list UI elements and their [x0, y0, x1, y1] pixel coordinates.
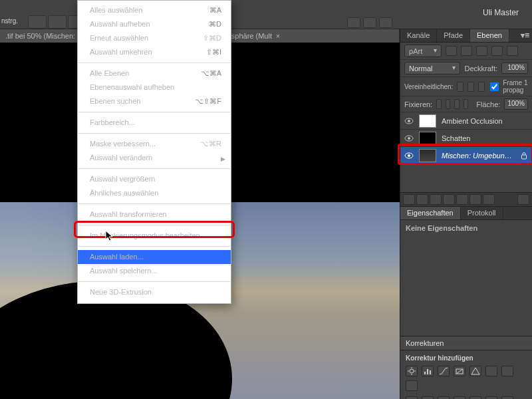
bw-icon[interactable]	[406, 380, 418, 391]
exposure-icon[interactable]	[454, 366, 466, 376]
fill-label: Fläche:	[476, 100, 500, 108]
lock-transparent-icon[interactable]	[436, 99, 442, 109]
adjustment-icons	[400, 363, 532, 396]
propagate-frame-checkbox[interactable]	[490, 82, 499, 91]
layer-list: Ambient Occlusion Schatten Mischen: Umge…	[400, 112, 532, 164]
no-properties-label: Keine Eigenschaften	[406, 224, 477, 232]
delete-layer-icon[interactable]	[483, 194, 495, 205]
vibrance-icon[interactable]	[469, 366, 481, 376]
propagate-frame-label: Frame 1 propag	[503, 79, 528, 94]
filter-type-icon[interactable]	[476, 46, 487, 56]
unify-vis-icon[interactable]	[467, 82, 474, 92]
workspace-name[interactable]: Uli Master	[483, 8, 519, 17]
selection-menu: Alles auswählen⌘A Auswahl aufheben⌘D Ern…	[77, 0, 231, 304]
layer-row-shadow[interactable]: Schatten	[400, 130, 532, 147]
lock-all-icon[interactable]	[464, 99, 469, 109]
lock-pixels-icon[interactable]	[446, 99, 451, 109]
tab-layers[interactable]: Ebenen	[470, 29, 509, 42]
svg-line-16	[456, 369, 463, 374]
posterize-icon[interactable]	[469, 396, 481, 399]
layer-bottom-toolbar	[400, 192, 532, 207]
unify-label: Vereinheitlichen:	[404, 83, 453, 90]
filter-adjust-icon[interactable]	[461, 46, 472, 56]
blend-mode-select[interactable]: Normal	[404, 62, 460, 74]
new-group-icon[interactable]	[456, 194, 468, 205]
filter-shape-icon[interactable]	[491, 46, 503, 56]
panel-menu-icon[interactable]: ▾≡	[521, 31, 529, 40]
photo-filter-icon[interactable]	[406, 396, 418, 399]
filter-pixel-icon[interactable]	[446, 46, 457, 56]
menu-deselect[interactable]: Auswahl aufheben⌘D	[78, 17, 231, 31]
lock-label: Fixieren:	[404, 100, 432, 108]
layer-row-ambient[interactable]: Ambient Occlusion	[400, 112, 532, 130]
menu-find-layers[interactable]: Ebenen suchen⌥⇧⌘F	[78, 94, 231, 108]
svg-rect-6	[522, 155, 527, 159]
layer-filter-type[interactable]: ρ Art	[404, 45, 442, 57]
document-tab-1[interactable]: .tif bei 50% (Mischen: Umge	[0, 29, 80, 43]
gradient-map-icon[interactable]	[501, 396, 513, 399]
lock-icon	[520, 152, 528, 160]
tab-paths[interactable]: Pfade	[437, 29, 470, 42]
menu-similar: Ähnliches auswählen	[78, 186, 231, 200]
menu-all-layers[interactable]: Alle Ebenen⌥⌘A	[78, 66, 231, 80]
curves-icon[interactable]	[438, 366, 450, 376]
trash-icon[interactable]	[517, 194, 529, 205]
menu-load-selection[interactable]: Auswahl laden...	[78, 250, 231, 264]
layer-name[interactable]: Schatten	[442, 134, 528, 142]
menu-save-selection: Auswahl speichern...	[78, 264, 231, 278]
lock-position-icon[interactable]	[454, 99, 460, 109]
screenmode-icon[interactable]	[363, 17, 376, 28]
extra-icon[interactable]	[379, 17, 392, 28]
threshold-icon[interactable]	[485, 396, 497, 399]
arrange-icon[interactable]	[347, 17, 360, 28]
opacity-value[interactable]: 100%	[501, 63, 528, 74]
levels-icon[interactable]	[422, 366, 434, 376]
svg-point-3	[408, 137, 410, 140]
layer-mask-icon[interactable]	[430, 194, 442, 205]
menu-edit-quickmask[interactable]: Im Maskierungsmodus bearbeiten	[78, 229, 231, 243]
menu-new-3d-extrusion: Neue 3D-Extrusion	[78, 285, 231, 299]
layer-name[interactable]: Mischen: Umgebung+Diffus...	[442, 152, 515, 160]
visibility-icon[interactable]	[404, 135, 414, 142]
link-layers-icon[interactable]	[403, 194, 415, 205]
menu-transform-selection: Auswahl transformieren	[78, 207, 231, 221]
brightness-icon[interactable]	[406, 366, 418, 376]
filter-smart-icon[interactable]	[507, 46, 518, 56]
options-label: nstrg.	[1, 17, 18, 25]
layer-name[interactable]: Ambient Occlusion	[442, 117, 528, 125]
menu-select-all[interactable]: Alles auswählen⌘A	[78, 3, 231, 17]
adjustments-panel-title[interactable]: Korrekturen	[400, 336, 532, 350]
hue-icon[interactable]	[485, 366, 497, 376]
layer-row-mix[interactable]: Mischen: Umgebung+Diffus...	[400, 147, 532, 164]
document-tab-1-label: .tif bei 50% (Mischen: Umge	[5, 32, 80, 40]
layer-thumb	[419, 132, 436, 145]
channel-mixer-icon[interactable]	[422, 396, 434, 399]
menu-deselect-layers[interactable]: Ebenenauswahl aufheben	[78, 80, 231, 94]
tab-history[interactable]: Protokoll	[461, 207, 503, 219]
color-balance-icon[interactable]	[501, 366, 513, 376]
menu-modify-selection: Auswahl verändern	[78, 151, 231, 165]
tool-option-1[interactable]	[28, 15, 47, 29]
tab-properties[interactable]: Eigenschaften	[400, 207, 461, 219]
tool-option-2[interactable]	[48, 15, 66, 29]
menu-reselect: Erneut auswählen⇧⌘D	[78, 31, 231, 45]
tab-channels[interactable]: Kanäle	[400, 29, 437, 42]
visibility-icon[interactable]	[404, 152, 414, 159]
new-fill-icon[interactable]	[443, 194, 455, 205]
menu-color-range[interactable]: Farbbereich...	[78, 116, 231, 130]
properties-body: Keine Eigenschaften	[400, 220, 532, 236]
new-layer-icon[interactable]	[469, 194, 481, 205]
menu-refine-mask: Maske verbessern...⌥⌘R	[78, 137, 231, 151]
menu-inverse[interactable]: Auswahl umkehren⇧⌘I	[78, 45, 231, 59]
svg-rect-14	[430, 370, 431, 374]
layer-fx-icon[interactable]	[416, 194, 428, 205]
close-icon[interactable]: ×	[276, 33, 280, 40]
visibility-icon[interactable]	[404, 118, 414, 124]
svg-rect-12	[424, 372, 426, 374]
unify-pos-icon[interactable]	[457, 82, 464, 92]
fill-value[interactable]: 100%	[504, 98, 528, 110]
unify-style-icon[interactable]	[478, 82, 485, 92]
menu-grow: Auswahl vergrößern	[78, 172, 231, 186]
color-lookup-icon[interactable]	[438, 396, 450, 399]
invert-icon[interactable]	[454, 396, 466, 399]
